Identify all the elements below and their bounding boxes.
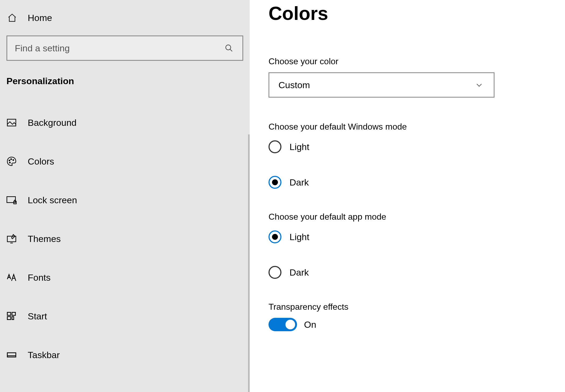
- search-container: [6, 35, 243, 61]
- themes-icon: [6, 233, 17, 244]
- sidebar-item-label: Fonts: [28, 272, 51, 283]
- sidebar-item-start[interactable]: Start: [0, 304, 250, 328]
- sidebar-item-label: Lock screen: [28, 195, 77, 205]
- sidebar-section-header: Personalization: [0, 76, 250, 86]
- search-input[interactable]: [15, 43, 224, 54]
- start-icon: [6, 311, 17, 322]
- fonts-icon: [6, 272, 17, 283]
- radio-label: Light: [289, 232, 309, 242]
- windows-mode-light[interactable]: Light: [269, 138, 533, 156]
- sidebar-item-colors[interactable]: Colors: [0, 149, 250, 173]
- windows-mode-label: Choose your default Windows mode: [269, 122, 533, 132]
- sidebar-nav: Background Colors: [0, 111, 250, 367]
- radio-selected-icon: [269, 176, 281, 189]
- sidebar-item-label: Background: [28, 117, 76, 128]
- content: Colors Choose your color Custom Choose y…: [250, 0, 565, 392]
- sidebar-item-label: Themes: [28, 234, 61, 244]
- palette-icon: [6, 156, 17, 167]
- svg-point-0: [226, 45, 231, 50]
- sidebar-item-label: Colors: [28, 156, 54, 167]
- svg-rect-12: [12, 312, 16, 315]
- radio-icon: [269, 266, 281, 279]
- svg-rect-14: [12, 317, 14, 320]
- svg-rect-13: [7, 317, 11, 320]
- svg-point-6: [9, 162, 10, 163]
- svg-rect-7: [7, 197, 16, 202]
- sidebar-item-fonts[interactable]: Fonts: [0, 265, 250, 290]
- windows-mode-group: Light Dark: [269, 138, 533, 191]
- taskbar-icon: [6, 350, 17, 360]
- choose-color-label: Choose your color: [269, 56, 533, 66]
- transparency-state: On: [304, 319, 316, 330]
- sidebar-item-themes[interactable]: Themes: [0, 227, 250, 251]
- sidebar-item-label: Taskbar: [28, 350, 60, 360]
- app-mode-group: Light Dark: [269, 228, 533, 281]
- nav-home[interactable]: Home: [0, 9, 250, 27]
- home-icon: [7, 12, 17, 23]
- sidebar-scrollbar[interactable]: [248, 134, 250, 392]
- page-title: Colors: [269, 3, 533, 24]
- radio-label: Dark: [289, 267, 309, 278]
- search-icon: [224, 43, 234, 54]
- app-mode-light[interactable]: Light: [269, 228, 533, 246]
- svg-point-5: [13, 160, 14, 161]
- radio-label: Dark: [289, 177, 309, 188]
- svg-point-4: [11, 159, 12, 159]
- sidebar-item-lock-screen[interactable]: Lock screen: [0, 188, 250, 212]
- choose-color-value: Custom: [278, 80, 310, 90]
- transparency-label: Transparency effects: [269, 302, 533, 312]
- nav-home-label: Home: [28, 13, 52, 23]
- radio-selected-icon: [269, 230, 281, 243]
- app-mode-label: Choose your default app mode: [269, 212, 533, 222]
- sidebar-item-label: Start: [28, 311, 47, 322]
- radio-icon: [269, 140, 281, 153]
- choose-color-dropdown[interactable]: Custom: [269, 72, 495, 98]
- sidebar-item-background[interactable]: Background: [0, 111, 250, 135]
- search-box[interactable]: [6, 35, 243, 61]
- sidebar-item-taskbar[interactable]: Taskbar: [0, 343, 250, 367]
- windows-mode-dark[interactable]: Dark: [269, 173, 533, 191]
- sidebar: Home Personalization Background: [0, 0, 250, 392]
- transparency-toggle-row: On: [269, 318, 533, 331]
- toggle-knob: [285, 320, 295, 329]
- radio-label: Light: [289, 142, 309, 152]
- lock-screen-icon: [6, 195, 17, 205]
- picture-icon: [6, 117, 17, 128]
- chevron-down-icon: [474, 80, 485, 90]
- svg-rect-11: [7, 312, 11, 315]
- svg-line-1: [230, 49, 232, 51]
- app-mode-dark[interactable]: Dark: [269, 263, 533, 281]
- transparency-toggle[interactable]: [269, 318, 297, 331]
- svg-point-3: [9, 160, 10, 161]
- svg-rect-15: [7, 353, 16, 357]
